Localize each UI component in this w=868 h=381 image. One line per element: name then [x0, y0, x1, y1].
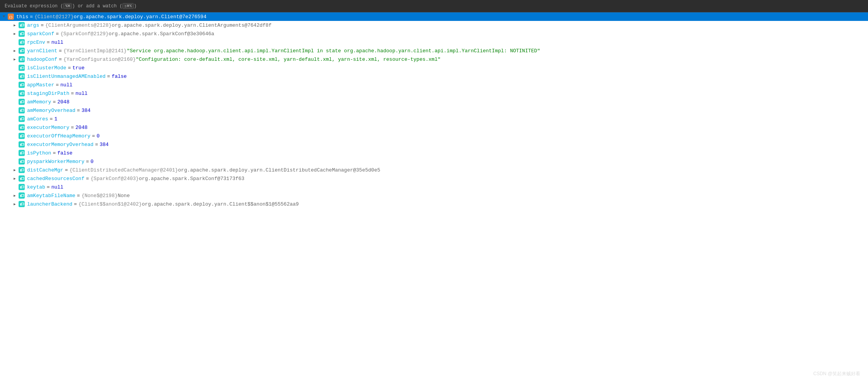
list-item[interactable]: amKeytabFileName = {None$@2198} None: [0, 191, 868, 200]
list-item[interactable]: launcherBackend = {Client$$anon$1@2402} …: [0, 200, 868, 208]
type-ref: {Client@2127}: [34, 14, 73, 20]
tag-icon: [19, 192, 25, 199]
watch-panel: this = {Client@2127} org.apache.spark.de…: [0, 12, 868, 381]
type-ref: {YarnConfiguration@2160}: [63, 57, 136, 62]
equals-sign: =: [77, 108, 80, 113]
type-ref: {SparkConf@2129}: [60, 31, 109, 37]
equals-sign: =: [47, 39, 50, 45]
watermark: CSDN @笑起来贼好看: [813, 371, 860, 377]
equals-sign: =: [56, 82, 59, 88]
list-item[interactable]: executorMemory = 2048: [0, 123, 868, 132]
var-value: org.apache.spark.SparkConf@3e30646a: [109, 31, 214, 37]
expand-arrow[interactable]: [11, 177, 19, 181]
type-ref: {Client$$anon$1@2402}: [79, 201, 142, 207]
tag-icon: [19, 99, 25, 105]
tag-icon: [19, 201, 25, 207]
tag-icon: [19, 48, 25, 54]
list-item[interactable]: amCores = 1: [0, 115, 868, 123]
var-name: executorOffHeapMemory: [27, 133, 91, 139]
list-item[interactable]: appMaster = null: [0, 81, 868, 89]
tag-icon: [19, 184, 25, 190]
equals-sign: =: [68, 65, 71, 71]
equals-sign: =: [41, 22, 44, 28]
equals-sign: =: [65, 167, 68, 173]
tag-icon: [19, 22, 25, 28]
var-value: 0: [97, 133, 100, 139]
type-ref: {YarnClientImpl@2141}: [63, 48, 127, 54]
equals-sign: =: [50, 116, 53, 122]
list-item[interactable]: isPython = false: [0, 149, 868, 157]
toolbar-end: ): [134, 3, 137, 9]
list-item[interactable]: amMemory = 2048: [0, 98, 868, 106]
equals-sign: =: [30, 14, 33, 20]
expand-arrow[interactable]: [0, 15, 8, 19]
list-item[interactable]: sparkConf = {SparkConf@2129} org.apache.…: [0, 29, 868, 38]
expand-arrow[interactable]: [11, 49, 19, 53]
var-name: stagingDirPath: [27, 91, 69, 96]
toolbar-or: ) or add a watch (: [72, 3, 122, 9]
expand-arrow[interactable]: [11, 194, 19, 198]
type-ref: {ClientArguments@2128}: [45, 22, 112, 28]
equals-sign: =: [77, 193, 80, 199]
list-item[interactable]: amMemoryOverhead = 384: [0, 106, 868, 115]
var-value: org.apache.spark.deploy.yarn.ClientArgum…: [112, 22, 272, 28]
list-item[interactable]: yarnClient = {YarnClientImpl@2141} "Serv…: [0, 46, 868, 55]
watch-shortcut: ⇧⌘⌥: [122, 3, 134, 9]
tag-icon: [19, 124, 25, 130]
curly-icon: [8, 14, 14, 20]
equals-sign: =: [56, 31, 59, 37]
expand-arrow[interactable]: [11, 202, 19, 206]
type-ref: {ClientDistributedCacheManager@2401}: [69, 167, 178, 173]
equals-sign: =: [86, 176, 89, 182]
eval-shortcut: ⌥⌘: [63, 3, 72, 9]
var-value: false: [57, 150, 72, 156]
tag-icon: [19, 107, 25, 113]
list-item[interactable]: distCacheMgr = {ClientDistributedCacheMa…: [0, 166, 868, 174]
var-name: this: [16, 14, 28, 20]
var-value: null: [51, 39, 63, 45]
var-name: yarnClient: [27, 48, 57, 54]
expand-arrow[interactable]: [11, 23, 19, 27]
toolbar-text: Evaluate expression (: [5, 3, 63, 9]
tag-icon: [19, 65, 25, 71]
list-item[interactable]: cachedResourcesConf = {SparkConf@2403} o…: [0, 174, 868, 183]
list-item[interactable]: isClusterMode = true: [0, 64, 868, 72]
list-item[interactable]: this = {Client@2127} org.apache.spark.de…: [0, 12, 868, 21]
equals-sign: =: [86, 159, 89, 165]
var-value: 2048: [57, 99, 69, 105]
var-name: amMemoryOverhead: [27, 108, 75, 113]
tag-icon: [19, 150, 25, 156]
var-name: executorMemory: [27, 125, 69, 130]
var-name: launcherBackend: [27, 201, 72, 207]
var-value: 2048: [75, 125, 87, 130]
var-value: 1: [54, 116, 57, 122]
var-value: 0: [91, 159, 94, 165]
list-item[interactable]: isClientUnmanagedAMEnabled = false: [0, 72, 868, 81]
expand-arrow[interactable]: [11, 57, 19, 62]
tag-icon: [19, 39, 25, 45]
list-item[interactable]: pysparkWorkerMemory = 0: [0, 157, 868, 166]
list-item[interactable]: executorOffHeapMemory = 0: [0, 132, 868, 140]
expand-arrow[interactable]: [11, 32, 19, 36]
var-value: "Configuration: core-default.xml, core-s…: [136, 57, 441, 62]
tag-icon: [19, 116, 25, 122]
list-item[interactable]: executorMemoryOverhead = 384: [0, 140, 868, 149]
list-item[interactable]: args = {ClientArguments@2128} org.apache…: [0, 21, 868, 29]
equals-sign: =: [107, 74, 110, 79]
var-value: org.apache.spark.deploy.yarn.Client@7e27…: [73, 14, 206, 20]
list-item[interactable]: hadoopConf = {YarnConfiguration@2160} "C…: [0, 55, 868, 64]
tag-icon: [19, 31, 25, 37]
var-value: org.apache.spark.deploy.yarn.ClientDistr…: [178, 167, 380, 173]
expand-arrow[interactable]: [11, 168, 19, 172]
tag-icon: [19, 158, 25, 165]
toolbar: Evaluate expression ( ⌥⌘ ) or add a watc…: [0, 0, 868, 12]
list-item[interactable]: rpcEnv = null: [0, 38, 868, 46]
var-name: args: [27, 22, 39, 28]
list-item[interactable]: stagingDirPath = null: [0, 89, 868, 98]
equals-sign: =: [47, 184, 50, 190]
var-name: hadoopConf: [27, 57, 57, 62]
tag-icon: [19, 90, 25, 96]
var-value: org.apache.spark.deploy.yarn.Client$$ano…: [142, 201, 299, 207]
list-item[interactable]: keytab = null: [0, 183, 868, 191]
var-name: isClusterMode: [27, 65, 66, 71]
